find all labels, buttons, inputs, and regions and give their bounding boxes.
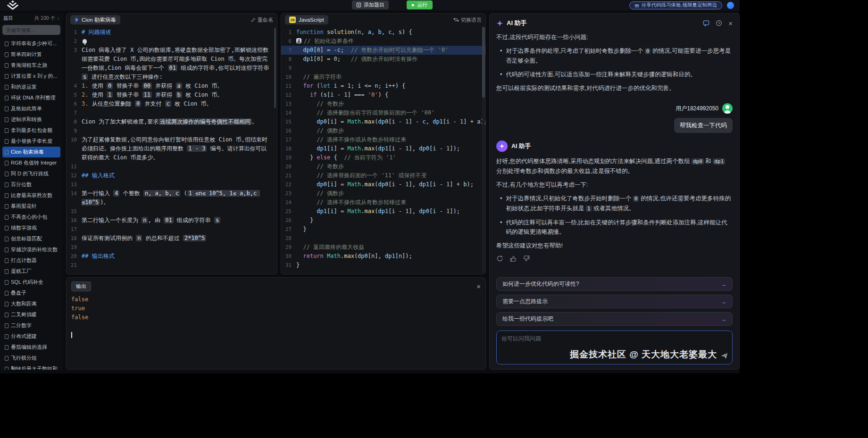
pencil-icon bbox=[251, 17, 256, 22]
sidebar-item[interactable]: 大数和距离 bbox=[2, 298, 60, 309]
juejin-logo[interactable] bbox=[6, 0, 20, 10]
editor-panel[interactable]: JS JavaScript 切换语言 1function solution(n,… bbox=[281, 13, 486, 274]
app-window: 添加题目 ▶ 运行 分享代码练习体验,领限量定制周边 题目 共 100 个 ↑ bbox=[0, 0, 740, 373]
send-icon[interactable] bbox=[720, 352, 728, 360]
document-icon bbox=[5, 258, 8, 263]
problem-line: 15 bbox=[67, 207, 277, 216]
sidebar-item[interactable]: 简单四则计算 bbox=[2, 49, 60, 60]
problem-line: 2 bbox=[67, 37, 277, 46]
sidebar: 题目 共 100 个 ↑ 字符串有多少种可...简单四则计算青海湖租车之旅计算位… bbox=[0, 13, 63, 370]
problem-line: 18保证所有测试用例的 n 的总和不超过 2*10^5 bbox=[67, 234, 277, 243]
sidebar-item[interactable]: 猜数字游戏 bbox=[2, 223, 60, 233]
problem-line: 1# 问题描述 bbox=[67, 28, 277, 37]
suggestion-chip[interactable]: 如何进一步优化代码的可读性?→ bbox=[496, 277, 733, 291]
line-number: 26 bbox=[281, 216, 296, 225]
document-icon bbox=[5, 63, 8, 68]
user-message: 用户1824992050 帮我检查一下代码 bbox=[496, 103, 733, 133]
rename-label: 重命名 bbox=[258, 17, 273, 24]
ai-input[interactable]: 掘金技术社区 @ 天大地大老婆最大 bbox=[496, 331, 733, 364]
switch-language-button[interactable]: 切换语言 bbox=[453, 17, 482, 24]
problem-tab-label: Cion 勒索病毒 bbox=[82, 17, 116, 24]
search-input[interactable] bbox=[2, 25, 60, 35]
sidebar-title: 题目 bbox=[3, 15, 13, 22]
sidebar-item[interactable]: 飞行棋分组 bbox=[2, 353, 60, 364]
sidebar-item[interactable]: SQL 代码补全 bbox=[2, 277, 60, 288]
sidebar-item[interactable]: 二分数字 bbox=[2, 320, 60, 331]
suggestion-chip[interactable]: 需要一点思路提示→ bbox=[496, 295, 733, 308]
regenerate-icon[interactable] bbox=[496, 255, 503, 262]
output-line bbox=[71, 322, 481, 331]
run-button[interactable]: ▶ 运行 bbox=[407, 0, 433, 9]
thumbs-up-icon[interactable] bbox=[510, 255, 517, 262]
line-number: 12 bbox=[281, 91, 296, 99]
bolt-icon bbox=[75, 17, 79, 23]
sidebar-item[interactable]: 及格如此简单 bbox=[2, 103, 60, 114]
sidebar-item[interactable]: 番茄编辑的选择 bbox=[2, 342, 60, 353]
sidebar-item[interactable]: 分布式团建 bbox=[2, 331, 60, 342]
sidebar-item[interactable]: 穿越沙漠的补给次数 bbox=[2, 244, 60, 255]
sidebar-item[interactable]: 百分位数 bbox=[2, 179, 60, 190]
sidebar-item[interactable]: Cion 勒索病毒 bbox=[2, 147, 60, 157]
sidebar-item[interactable]: 二叉树供暖 bbox=[2, 309, 60, 320]
sidebar-item[interactable]: 和的逆运算 bbox=[2, 82, 60, 92]
sidebar-item[interactable]: 拿到最多红包金额 bbox=[2, 125, 60, 136]
problem-line: 16第二行输入一个长度为 n, 由 01 组成的字符串 s bbox=[67, 216, 277, 225]
problem-lines[interactable]: 1# 问题描述23Cion 病毒入侵了 X 公司的数据库,将硬盘数据全部加密了,… bbox=[67, 26, 277, 274]
document-icon bbox=[5, 161, 8, 165]
document-icon bbox=[5, 356, 8, 361]
sidebar-item[interactable]: 比赛最高获胜次数 bbox=[2, 190, 60, 201]
document-icon bbox=[5, 215, 8, 220]
chat-textarea[interactable] bbox=[497, 331, 732, 364]
problem-panel[interactable]: Cion 勒索病毒 重命名 1# 问题描述23Cion 病毒入侵了 X 公司的数… bbox=[66, 13, 277, 274]
sidebar-item[interactable]: 计算位置 x 到 y 的... bbox=[2, 71, 60, 82]
editor-scrollbar[interactable] bbox=[482, 27, 485, 273]
editor-scrollbar-thumb[interactable] bbox=[482, 27, 485, 98]
sidebar-item[interactable]: 蛋糕工厂 bbox=[2, 266, 60, 277]
sidebar-item[interactable]: 不再贪心的小包 bbox=[2, 212, 60, 223]
sidebar-item[interactable]: 暴雨梨花针 bbox=[2, 201, 60, 212]
close-output-icon[interactable]: × bbox=[476, 283, 481, 290]
problem-tab[interactable]: Cion 勒索病毒 bbox=[70, 15, 120, 25]
sidebar-item[interactable]: 进制求和转换 bbox=[2, 114, 60, 125]
document-icon bbox=[5, 182, 8, 187]
sidebar-item[interactable]: 字符串有多少种可... bbox=[2, 38, 60, 49]
arrow-right-icon: → bbox=[721, 281, 726, 288]
feedback-icon[interactable] bbox=[703, 20, 709, 26]
promo-button[interactable]: 分享代码练习体验,领限量定制周边 bbox=[629, 1, 722, 9]
add-problem-button[interactable]: 添加题目 bbox=[352, 0, 389, 9]
sidebar-item[interactable]: 环状 DNA 序列整理 bbox=[2, 92, 60, 103]
sort-icon[interactable]: ↑ bbox=[57, 16, 59, 21]
sidebar-item[interactable]: 青海湖租车之旅 bbox=[2, 60, 60, 71]
user-name: 用户1824992050 bbox=[676, 104, 718, 113]
sidebar-item[interactable]: 阿 D 的飞行路线 bbox=[2, 168, 60, 179]
ai-message-text: 希望这些建议对您有帮助! bbox=[496, 241, 733, 250]
document-icon bbox=[5, 85, 8, 90]
arrow-right-icon: → bbox=[721, 316, 726, 322]
thumbs-down-icon[interactable] bbox=[523, 255, 530, 262]
ai-message-bullets: •对于边界情况,只初始化了奇数步开始时删除一个 0 的情况,也许还需要考虑更多特… bbox=[496, 194, 733, 237]
code-line: 28 bbox=[281, 234, 485, 243]
rename-button[interactable]: 重命名 bbox=[251, 17, 273, 24]
user-avatar[interactable] bbox=[727, 2, 734, 9]
sidebar-item[interactable]: 创意标题匹配 bbox=[2, 233, 60, 244]
problem-count: 共 100 个 bbox=[34, 15, 55, 22]
ai-message-text: 不过,这段代码可能存在一些小问题: bbox=[496, 33, 733, 42]
sidebar-item[interactable]: RGB 色值转 Integer bbox=[2, 157, 60, 168]
close-ai-icon[interactable]: × bbox=[728, 20, 733, 27]
code-line: 1function solution(n, a, b, c, s) { bbox=[281, 28, 485, 37]
sidebar-item[interactable]: 最小替换子串长度 bbox=[2, 136, 60, 147]
problem-scrollbar[interactable] bbox=[274, 28, 276, 108]
editor-lines[interactable]: 1function solution(n, a, b, c, s) {6// 初… bbox=[281, 26, 485, 274]
line-number: 6 bbox=[67, 99, 82, 108]
code-line: 23 // 偶数步 bbox=[281, 189, 485, 198]
history-icon[interactable] bbox=[716, 20, 722, 26]
bullet-item: •代码的可读性方面,可以适当添加一些注释来解释关键步骤的逻辑和目的。 bbox=[496, 70, 733, 79]
sidebar-item[interactable]: 翻转后最大子数组和 bbox=[2, 364, 60, 370]
code-line: 25 dp1[i] = Math.max(dp1[i - 1], dp0[i -… bbox=[281, 207, 485, 216]
sidebar-item[interactable]: 叠盘子 bbox=[2, 288, 60, 298]
output-tab[interactable]: 输出 bbox=[71, 281, 91, 291]
sidebar-item[interactable]: 打点计数器 bbox=[2, 255, 60, 266]
language-tab[interactable]: JS JavaScript bbox=[285, 15, 328, 25]
suggestion-chip[interactable]: 给我一些代码提示吧→ bbox=[496, 312, 733, 326]
code-line: 12 if (s[i - 1] === '0') { bbox=[281, 91, 485, 99]
